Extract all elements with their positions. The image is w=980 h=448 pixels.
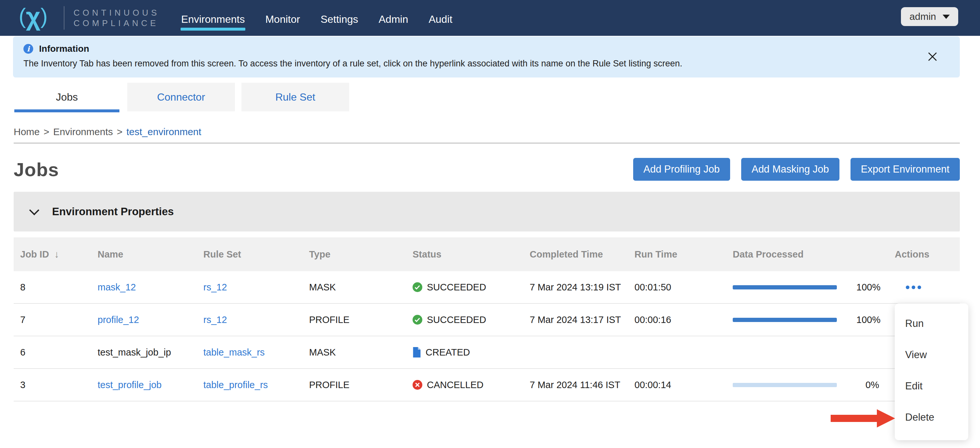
nav-item-audit[interactable]: Audit [428,6,452,30]
info-banner: i Information The Inventory Tab has been… [13,37,960,78]
col-header-status[interactable]: Status [412,249,530,260]
tab-rule-set[interactable]: Rule Set [242,83,349,112]
page-action-buttons: Add Profiling Job Add Masking Job Export… [633,158,960,181]
tab-jobs[interactable]: Jobs [13,83,121,112]
created-document-icon [412,347,421,357]
row-actions-menu: Run View Edit Delete [895,303,968,440]
col-header-data-processed[interactable]: Data Processed [733,249,895,260]
menu-item-delete[interactable]: Delete [895,402,968,433]
nav-item-admin[interactable]: Admin [379,6,408,30]
environment-properties-panel[interactable]: Environment Properties [14,192,960,231]
navbar-divider [64,6,64,30]
info-banner-header: i Information [24,44,927,54]
breadcrumb-environments[interactable]: Environments [53,126,113,137]
tab-bar: Jobs Connector Rule Set [13,83,980,112]
menu-item-edit[interactable]: Edit [895,370,968,402]
cell-completed-time: 7 Mar 2024 13:17 IST [530,314,635,325]
app-title-line1: CONTINUOUS [73,8,160,18]
cell-job-name: test_mask_job_ip [98,347,204,358]
cell-job-id: 8 [20,282,98,293]
job-name-link[interactable]: test_profile_job [98,379,162,390]
cell-data-processed [733,350,895,355]
cell-job-id: 7 [20,314,98,325]
rule-set-link[interactable]: table_mask_rs [204,347,265,357]
more-actions-icon[interactable] [895,285,921,289]
user-menu-label: admin [909,11,936,22]
main-nav: Environments Monitor Settings Admin Audi… [181,6,453,30]
cell-job-id: 6 [20,347,98,358]
cell-type: PROFILE [309,314,412,325]
app-title: CONTINUOUS COMPLIANCE [73,8,160,28]
page-header: Jobs Add Profiling Job Add Masking Job E… [14,158,960,181]
progress-bar-empty [733,350,837,355]
cell-status: CREATED [412,347,530,358]
col-header-rule-set[interactable]: Rule Set [204,249,309,260]
cell-run-time: 00:00:14 [635,379,733,391]
sort-desc-icon[interactable]: ↓ [54,249,59,260]
add-masking-job-button[interactable]: Add Masking Job [741,158,840,181]
info-banner-title: Information [39,44,89,54]
cell-completed-time: 7 Mar 2024 11:46 IST [530,379,635,391]
cell-data-processed: 0% [733,379,895,391]
succeeded-icon [412,282,422,292]
breadcrumb-divider [14,143,960,143]
app-title-line2: COMPLIANCE [73,18,160,28]
table-row: 7 profile_12 rs_12 PROFILE SUCCEEDED 7 M… [14,304,960,336]
breadcrumb-separator: > [117,126,123,137]
progress-bar [733,318,837,322]
nav-item-settings[interactable]: Settings [320,6,358,30]
cell-data-processed: 100% [733,282,895,293]
succeeded-icon [412,315,422,325]
cell-completed-time: 7 Mar 2024 13:19 IST [530,282,635,293]
rule-set-link[interactable]: rs_12 [204,314,227,325]
table-row: 6 test_mask_job_ip table_mask_rs MASK CR… [14,336,960,369]
col-header-run-time[interactable]: Run Time [635,249,733,260]
cell-data-processed: 100% [733,314,895,325]
status-label: CANCELLED [427,379,484,391]
cancelled-icon [412,380,422,390]
menu-item-view[interactable]: View [895,339,968,370]
rule-set-link[interactable]: table_profile_rs [204,379,268,390]
export-environment-button[interactable]: Export Environment [851,158,960,181]
annotation-arrow-icon [830,408,896,429]
nav-item-monitor[interactable]: Monitor [265,6,300,30]
job-name-link[interactable]: mask_12 [98,282,136,292]
info-icon: i [24,44,33,54]
user-menu-button[interactable]: admin [901,7,958,26]
menu-item-run[interactable]: Run [895,308,968,339]
job-name-link[interactable]: profile_12 [98,314,139,325]
table-row: 8 mask_12 rs_12 MASK SUCCEEDED 7 Mar 202… [14,271,960,304]
col-header-name[interactable]: Name [98,249,204,260]
cell-run-time: 00:00:16 [635,314,733,325]
breadcrumb-current-environment[interactable]: test_environment [127,126,201,137]
close-icon[interactable] [927,51,939,62]
table-header-row: Job ID↓ Name Rule Set Type Status Comple… [14,238,960,271]
cell-status: SUCCEEDED [412,282,530,293]
cell-run-time: 00:01:50 [635,282,733,293]
col-header-type[interactable]: Type [309,249,412,260]
progress-bar [733,285,837,289]
cell-status: SUCCEEDED [412,314,530,325]
top-navbar: (χ) CONTINUOUS COMPLIANCE Environments M… [0,0,980,36]
cell-type: MASK [309,282,412,293]
jobs-table: Job ID↓ Name Rule Set Type Status Comple… [14,238,960,402]
col-header-completed-time[interactable]: Completed Time [530,249,635,260]
nav-item-environments[interactable]: Environments [181,6,245,30]
col-header-job-id[interactable]: Job ID↓ [20,249,98,260]
rule-set-link[interactable]: rs_12 [204,282,227,292]
table-row: 3 test_profile_job table_profile_rs PROF… [14,369,960,402]
progress-bar [733,383,837,387]
breadcrumb-home[interactable]: Home [14,126,40,137]
add-profiling-job-button[interactable]: Add Profiling Job [633,158,730,181]
cell-job-id: 3 [20,379,98,391]
col-header-actions: Actions [895,249,960,260]
cell-status: CANCELLED [412,379,530,391]
status-label: SUCCEEDED [427,282,486,293]
cell-type: MASK [309,347,412,358]
cell-type: PROFILE [309,379,412,391]
environment-properties-title: Environment Properties [52,206,174,218]
tab-connector[interactable]: Connector [127,83,235,112]
status-label: CREATED [426,347,470,358]
chevron-down-icon [29,205,39,215]
info-banner-message: The Inventory Tab has been removed from … [24,59,927,69]
